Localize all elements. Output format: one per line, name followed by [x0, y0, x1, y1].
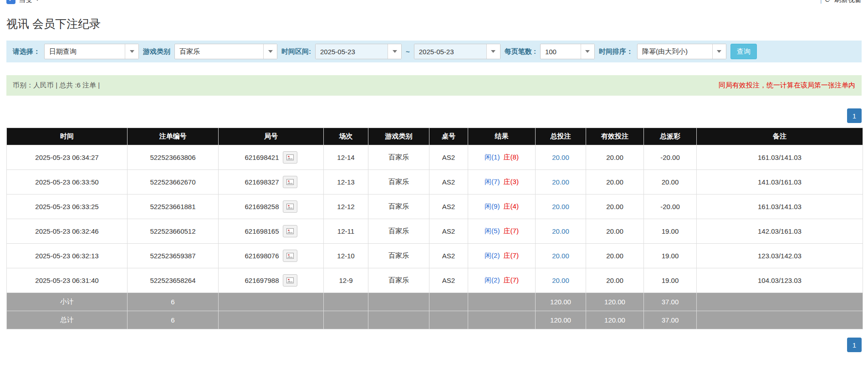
cell-game-type: 百家乐 [368, 268, 429, 293]
select-type-label: 请选择： [13, 47, 40, 56]
round-number: 621698258 [245, 203, 279, 210]
table-row: 2025-05-23 06:32:46 522523660512 6216981… [7, 219, 863, 244]
cell-round: 621697988 [219, 268, 324, 293]
cell-bet-id: 522523660512 [128, 219, 219, 244]
chevron-down-icon [581, 44, 594, 59]
round-number: 621698327 [245, 178, 279, 186]
game-type-select[interactable]: 百家乐 [174, 44, 277, 59]
date-from-select[interactable]: 2025-05-23 [315, 44, 402, 59]
cell-payout: -20.00 [644, 145, 697, 170]
page-title: 视讯 会员下注纪录 [0, 16, 868, 31]
total-bet-link[interactable]: 20.00 [552, 252, 569, 260]
valid-bet-notice-text: 同局有效投注，统一计算在该局第一张注单内 [719, 81, 855, 90]
result-player: 闲(1) [485, 153, 500, 161]
round-detail-button[interactable] [283, 176, 297, 188]
col-header-bet-id: 注单编号 [128, 128, 219, 145]
subtotal-label: 小计 [7, 293, 128, 311]
page-1-button[interactable]: 1 [847, 338, 862, 352]
result-image-icon [286, 204, 294, 210]
cell-session: 12-14 [324, 145, 368, 170]
cell-game-type: 百家乐 [368, 244, 429, 268]
cell-bet-id: 522523662670 [128, 170, 219, 195]
table-row: 2025-05-23 06:34:27 522523663806 6216984… [7, 145, 863, 170]
search-button[interactable]: 查询 [730, 44, 757, 59]
cell-bet-id: 522523658264 [128, 268, 219, 293]
total-bet-link[interactable]: 20.00 [552, 227, 569, 235]
betting-records-table: 时间 注单编号 局号 场次 游戏类别 桌号 结果 总投注 有效投注 总派彩 备注… [6, 128, 863, 329]
cell-table-no: AS2 [429, 268, 468, 293]
cell-session: 12-12 [324, 195, 368, 219]
cell-table-no: AS2 [429, 219, 468, 244]
col-header-valid-bet: 有效投注 [586, 128, 644, 145]
cell-bet-id: 522523663806 [128, 145, 219, 170]
cell-round: 621698421 [219, 145, 324, 170]
round-detail-button[interactable] [283, 151, 297, 164]
cell-total-bet: 20.00 [536, 170, 586, 195]
page-size-select[interactable]: 100 [540, 44, 595, 59]
cell-total-bet: 20.00 [536, 145, 586, 170]
cell-valid-bet: 20.00 [586, 268, 644, 293]
page-1-button[interactable]: 1 [847, 108, 862, 123]
cell-valid-bet: 20.00 [586, 170, 644, 195]
total-bet-link[interactable]: 20.00 [552, 203, 569, 210]
cell-note: 104.03/123.03 [697, 268, 863, 293]
page-size-value: 100 [541, 48, 581, 56]
query-type-select[interactable]: 日期查询 [44, 44, 139, 59]
cell-bet-id: 522523661881 [128, 195, 219, 219]
topbar-right-group[interactable]: | ⟳ 刷新视窗 [820, 0, 862, 4]
separator: | [820, 0, 822, 4]
cell-table-no: AS2 [429, 195, 468, 219]
total-bet-link[interactable]: 20.00 [552, 178, 569, 186]
total-bet-link[interactable]: 20.00 [552, 277, 569, 284]
result-player: 闲(2) [485, 251, 500, 259]
cell-payout: -20.00 [644, 195, 697, 219]
topbar-left-label[interactable]: 当变 [19, 0, 32, 4]
refresh-icon: ⟳ [825, 0, 831, 4]
cell-result: 闲(9) 庄(4) [468, 195, 536, 219]
topbar-left-group[interactable]: ✓ 当变 [6, 0, 39, 4]
table-row: 2025-05-23 06:32:13 522523659387 6216980… [7, 244, 863, 268]
total-label: 总计 [7, 311, 128, 329]
cell-result: 闲(2) 庄(7) [468, 268, 536, 293]
cell-table-no: AS2 [429, 244, 468, 268]
cell-payout: 20.00 [644, 170, 697, 195]
table-body: 2025-05-23 06:34:27 522523663806 6216984… [7, 145, 863, 293]
cell-result: 闲(1) 庄(8) [468, 145, 536, 170]
col-header-total-bet: 总投注 [536, 128, 586, 145]
result-image-icon [286, 253, 294, 259]
time-sort-select[interactable]: 降幂(由大到小) [637, 44, 726, 59]
date-range-separator: ~ [406, 48, 410, 56]
result-image-icon [286, 154, 294, 160]
pagination-bottom: 1 [0, 338, 868, 352]
round-detail-button[interactable] [283, 274, 297, 287]
result-image-icon [286, 228, 294, 234]
col-header-session: 场次 [324, 128, 368, 145]
col-header-result: 结果 [468, 128, 536, 145]
col-header-round: 局号 [219, 128, 324, 145]
result-banker: 庄(4) [504, 202, 519, 210]
result-banker: 庄(7) [504, 251, 519, 259]
result-image-icon [286, 277, 294, 283]
cell-total-bet: 20.00 [536, 195, 586, 219]
subtotal-count: 6 [128, 293, 219, 311]
total-bet-link[interactable]: 20.00 [552, 154, 569, 161]
chevron-down-icon [263, 44, 277, 59]
cell-game-type: 百家乐 [368, 195, 429, 219]
cell-round: 621698327 [219, 170, 324, 195]
cell-total-bet: 20.00 [536, 219, 586, 244]
query-type-value: 日期查询 [45, 47, 125, 56]
cell-game-type: 百家乐 [368, 170, 429, 195]
col-header-time: 时间 [7, 128, 128, 145]
filter-bar: 请选择： 日期查询 游戏类别 百家乐 时间区间: 2025-05-23 ~ 20… [6, 41, 862, 62]
cell-time: 2025-05-23 06:34:27 [7, 145, 128, 170]
result-player: 闲(2) [485, 276, 500, 284]
topbar-right-label[interactable]: 刷新视窗 [834, 0, 862, 4]
cell-round: 621698258 [219, 195, 324, 219]
table-row: 2025-05-23 06:31:40 522523658264 6216979… [7, 268, 863, 293]
round-detail-button[interactable] [283, 250, 297, 262]
round-detail-button[interactable] [283, 225, 297, 237]
date-to-select[interactable]: 2025-05-23 [414, 44, 500, 59]
total-payout: 37.00 [644, 311, 697, 329]
total-count: 6 [128, 311, 219, 329]
round-detail-button[interactable] [283, 200, 297, 213]
